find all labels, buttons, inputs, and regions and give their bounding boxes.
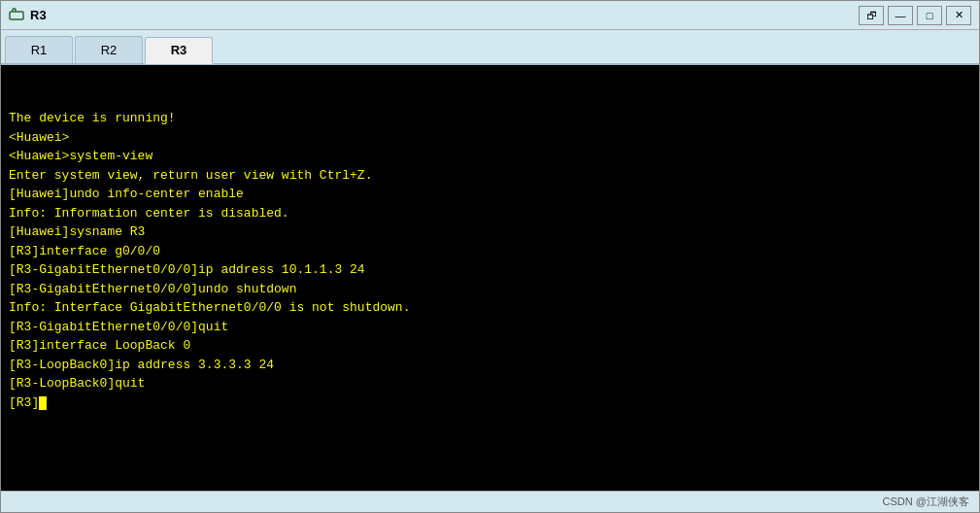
terminal-line: Info: Information center is disabled. [9,204,971,223]
tab-r1[interactable]: R1 [5,36,73,63]
terminal-line: [R3]interface g0/0/0 [9,242,971,261]
tab-bar: R1 R2 R3 [1,30,979,65]
status-bar: CSDN @江湖侠客 [1,491,979,512]
terminal-cursor [39,396,47,410]
tab-r3[interactable]: R3 [145,37,213,64]
terminal-line: [R3-GigabitEthernet0/0/0]quit [9,318,971,337]
svg-rect-0 [10,12,23,19]
restore-button[interactable]: 🗗 [859,6,884,25]
terminal-line: [R3] [9,393,971,413]
terminal-line: [R3-LoopBack0]quit [9,374,971,393]
terminal-line: Enter system view, return user view with… [9,166,971,186]
tab-r1-label: R1 [31,43,48,57]
terminal-line: The device is running! [9,109,971,128]
window-title: R3 [30,8,47,22]
title-bar: R3 🗗 — □ ✕ [1,1,979,30]
title-bar-left: R3 [9,8,47,23]
title-bar-controls: 🗗 — □ ✕ [859,6,971,25]
main-window: R3 🗗 — □ ✕ R1 R2 R3 The device is runnin… [0,0,980,513]
close-button[interactable]: ✕ [946,6,971,25]
terminal-line: [R3-GigabitEthernet0/0/0]undo shutdown [9,280,971,299]
terminal-line: [Huawei]undo info-center enable [9,185,971,204]
minimize-button[interactable]: — [888,6,913,25]
terminal-content: The device is running!<Huawei><Huawei>sy… [9,71,971,412]
terminal-line: <Huawei> [9,128,971,148]
maximize-button[interactable]: □ [917,6,942,25]
terminal-line: [R3]interface LoopBack 0 [9,336,971,356]
terminal-line: [Huawei]sysname R3 [9,222,971,242]
terminal-line: [R3-GigabitEthernet0/0/0]ip address 10.1… [9,260,971,280]
terminal-line: Info: Interface GigabitEthernet0/0/0 is … [9,298,971,318]
tab-r2-label: R2 [101,43,118,57]
terminal-line: <Huawei>system-view [9,147,971,166]
terminal-line: [R3-LoopBack0]ip address 3.3.3.3 24 [9,356,971,375]
terminal-area[interactable]: The device is running!<Huawei><Huawei>sy… [1,65,979,491]
tab-r2[interactable]: R2 [75,36,143,63]
tab-r3-label: R3 [171,43,187,57]
status-text: CSDN @江湖侠客 [883,495,969,509]
router-icon [9,8,24,23]
